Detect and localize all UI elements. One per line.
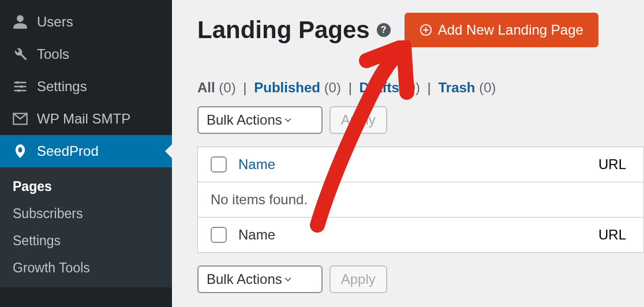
plus-circle-icon [420,24,432,36]
sidebar-submenu: Pages Subscribers Settings Growth Tools [0,167,172,287]
sidebar-item-wpmailsmtp[interactable]: WP Mail SMTP [0,103,172,135]
sidebar-item-label: Users [37,14,73,30]
svg-point-1 [20,85,23,88]
sidebar-item-label: Settings [37,78,87,95]
submenu-item-subscribers[interactable]: Subscribers [0,200,172,227]
sidebar-item-users[interactable]: Users [0,6,172,38]
select-all-checkbox-bottom[interactable] [211,227,227,243]
chevron-down-icon [282,274,294,285]
page-header: Landing Pages ? Add New Landing Page [197,13,644,47]
column-header-url: URL [598,156,626,173]
page-title: Landing Pages ? [197,16,391,44]
wrench-icon [12,46,29,63]
add-new-landing-page-button[interactable]: Add New Landing Page [405,13,598,47]
svg-point-0 [16,81,19,84]
apply-button-bottom[interactable]: Apply [330,265,387,293]
status-filter-tabs: All (0) | Published (0) | Drafts (0) | T… [197,80,644,96]
bulk-actions-bottom: Bulk Actions Apply [197,265,644,293]
submenu-item-growth-tools[interactable]: Growth Tools [0,254,172,282]
filter-published[interactable]: Published (0) [254,80,341,95]
mail-icon [12,110,29,128]
bulk-actions-top: Bulk Actions Apply [197,106,644,134]
svg-point-2 [17,89,20,92]
sidebar-item-label: WP Mail SMTP [37,111,130,127]
table-header: Name URL [198,147,643,182]
wp-admin-sidebar: Users Tools Settings WP Mail SMTP SeedPr… [0,0,172,307]
chevron-down-icon [282,114,294,126]
bulk-actions-select-bottom[interactable]: Bulk Actions [197,265,323,293]
add-button-label: Add New Landing Page [438,22,583,38]
bulk-select-label: Bulk Actions [207,112,282,128]
sidebar-item-label: Tools [37,46,69,62]
seedprod-icon [12,143,29,160]
table-empty-message: No items found. [198,182,643,218]
column-footer-url: URL [598,227,626,243]
help-icon[interactable]: ? [377,23,391,37]
filter-all[interactable]: All (0) [197,80,236,95]
column-footer-name: Name [238,227,598,243]
sliders-icon [12,78,29,95]
apply-button[interactable]: Apply [330,106,387,134]
main-content: Landing Pages ? Add New Landing Page All… [172,0,644,307]
sidebar-item-seedprod[interactable]: SeedProd [0,135,172,167]
landing-pages-table: Name URL No items found. Name URL [197,147,644,253]
sidebar-item-label: SeedProd [37,143,99,159]
bulk-select-label: Bulk Actions [207,271,282,287]
column-header-name[interactable]: Name [238,156,598,173]
filter-drafts[interactable]: Drafts (0) [360,80,420,95]
sidebar-item-tools[interactable]: Tools [0,38,172,70]
submenu-item-pages[interactable]: Pages [0,173,172,200]
sidebar-item-settings[interactable]: Settings [0,70,172,103]
filter-trash[interactable]: Trash (0) [439,80,496,95]
bulk-actions-select[interactable]: Bulk Actions [197,106,323,134]
user-icon [12,13,29,31]
page-title-text: Landing Pages [197,16,370,44]
submenu-item-settings[interactable]: Settings [0,227,172,254]
table-footer: Name URL [198,218,643,252]
select-all-checkbox[interactable] [211,156,227,173]
